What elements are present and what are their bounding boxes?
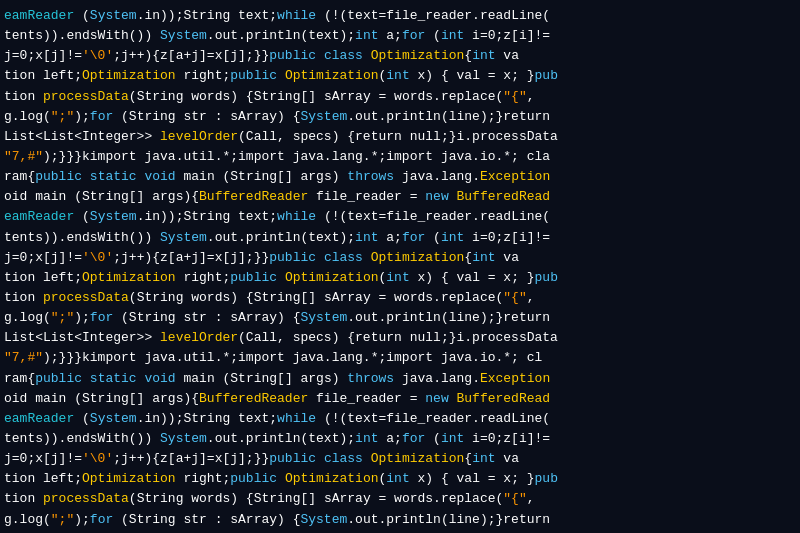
code-line: tents)).endsWith()) System.out.println(t… [4, 26, 796, 46]
code-line: g.log(";");for (String str : sArray) {Sy… [4, 308, 796, 328]
code-line: tion processData(String words) {String[]… [4, 489, 796, 509]
code-line: ram{public static void main (String[] ar… [4, 167, 796, 187]
code-line: g.log(";");for (String str : sArray) {Sy… [4, 107, 796, 127]
code-line: List<List<Integer>> levelOrder(Call, spe… [4, 328, 796, 348]
code-line: "7,#");}}}kimport java.util.*;import jav… [4, 147, 796, 167]
code-line: g.log(";");for (String str : sArray) {Sy… [4, 510, 796, 530]
code-line: List<List<Integer>> levelOrder(Call, spe… [4, 127, 796, 147]
code-line: eamReader (System.in));String text;while… [4, 409, 796, 429]
code-line: tion left;Optimization right;public Opti… [4, 66, 796, 86]
code-line: eamReader (System.in));String text;while… [4, 6, 796, 26]
code-line: tents)).endsWith()) System.out.println(t… [4, 429, 796, 449]
code-line: tents)).endsWith()) System.out.println(t… [4, 228, 796, 248]
code-line: tion processData(String words) {String[]… [4, 288, 796, 308]
code-line: List<List<Integer>> levelOrder(Call, spe… [4, 530, 796, 533]
code-line: j=0;x[j]!='\0';j++){z[a+j]=x[j];}}public… [4, 248, 796, 268]
code-line: tion processData(String words) {String[]… [4, 87, 796, 107]
code-line: "7,#");}}}kimport java.util.*;import jav… [4, 348, 796, 368]
code-line: oid main (String[] args){BufferedReader … [4, 389, 796, 409]
code-line: j=0;x[j]!='\0';j++){z[a+j]=x[j];}}public… [4, 46, 796, 66]
code-line: eamReader (System.in));String text;while… [4, 207, 796, 227]
code-display: eamReader (System.in));String text;while… [0, 0, 800, 533]
code-line: ram{public static void main (String[] ar… [4, 369, 796, 389]
code-line: oid main (String[] args){BufferedReader … [4, 187, 796, 207]
code-line: tion left;Optimization right;public Opti… [4, 268, 796, 288]
code-line: tion left;Optimization right;public Opti… [4, 469, 796, 489]
code-line: j=0;x[j]!='\0';j++){z[a+j]=x[j];}}public… [4, 449, 796, 469]
